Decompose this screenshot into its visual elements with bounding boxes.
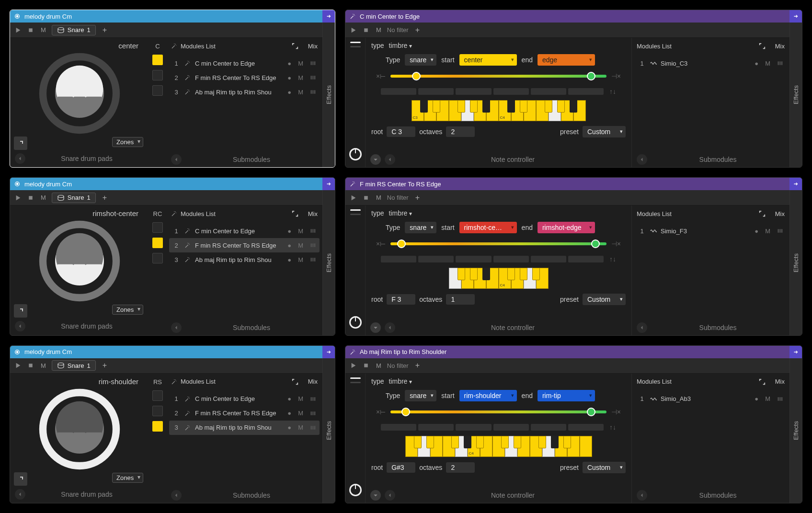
piano-black-key[interactable] xyxy=(482,268,490,280)
type-select[interactable]: snare xyxy=(405,390,436,401)
piano-keyboard[interactable]: C4 xyxy=(405,436,592,457)
piano-black-key[interactable] xyxy=(482,100,490,113)
octaves-field[interactable]: 2 xyxy=(446,462,475,473)
mute-button[interactable]: M xyxy=(374,194,383,201)
slider-thumb-end[interactable] xyxy=(587,72,595,80)
add-button[interactable]: + xyxy=(100,194,110,202)
segment[interactable] xyxy=(456,424,491,431)
expand-icon[interactable] xyxy=(759,43,766,49)
segment[interactable] xyxy=(381,256,416,262)
segment[interactable] xyxy=(456,256,491,262)
piano-keyboard[interactable]: C4 xyxy=(449,268,549,289)
root-field[interactable]: G#3 xyxy=(387,462,415,473)
mute-button[interactable]: M xyxy=(374,26,383,34)
bars-icon[interactable] xyxy=(310,60,317,66)
piano-white-key[interactable] xyxy=(580,436,592,457)
knob[interactable] xyxy=(349,484,362,496)
add-button[interactable]: + xyxy=(100,361,110,370)
level-mark[interactable] xyxy=(350,377,361,379)
module-row[interactable]: 2 F min RS Center To RS Edge ● M xyxy=(169,70,320,85)
preset-select[interactable]: Custom xyxy=(583,126,626,137)
knob[interactable] xyxy=(349,148,362,160)
piano-black-key[interactable] xyxy=(451,436,459,448)
piano-black-key[interactable] xyxy=(507,268,515,280)
nav-prev-button[interactable] xyxy=(171,490,182,501)
nav-prev-button[interactable] xyxy=(637,322,647,333)
segment[interactable] xyxy=(381,88,416,95)
panel-titlebar[interactable]: C min Center to Edge xyxy=(345,10,802,23)
mute-button[interactable]: M xyxy=(39,362,48,369)
module-row[interactable]: 3 Ab maj Rim tip to Rim Shou ● M xyxy=(169,85,320,99)
zone-square[interactable] xyxy=(152,85,163,96)
nav-prev-button[interactable] xyxy=(637,154,647,165)
mute-button[interactable]: M xyxy=(39,194,48,201)
effects-tab[interactable]: Effects xyxy=(322,358,335,503)
expand-arrow-button[interactable] xyxy=(789,178,802,190)
expand-button[interactable] xyxy=(14,304,27,318)
zones-select[interactable]: Zones xyxy=(112,137,143,147)
module-mute[interactable]: M xyxy=(298,410,303,417)
end-select[interactable]: rim-tip xyxy=(538,390,595,401)
slider-thumb-end[interactable] xyxy=(587,408,595,416)
module-mute[interactable]: M xyxy=(298,89,303,96)
panel-titlebar[interactable]: melody drum Cm xyxy=(10,10,335,23)
piano-black-key[interactable] xyxy=(570,100,577,113)
expand-arrow-button[interactable] xyxy=(322,346,335,358)
effects-tab[interactable]: Effects xyxy=(322,23,335,167)
piano-black-key[interactable] xyxy=(551,436,559,448)
drum-graphic[interactable] xyxy=(16,53,143,134)
stop-button[interactable] xyxy=(26,26,35,34)
range-slider[interactable]: ×⊢ ⊣× xyxy=(371,240,626,248)
stop-button[interactable] xyxy=(362,361,370,370)
segment[interactable] xyxy=(493,88,529,95)
piano-black-key[interactable] xyxy=(470,268,478,280)
effects-tab[interactable]: Effects xyxy=(789,358,802,503)
expand-icon[interactable] xyxy=(292,378,298,385)
play-button[interactable] xyxy=(349,361,358,370)
level-mark[interactable] xyxy=(350,214,361,215)
expand-arrow-button[interactable] xyxy=(322,178,335,190)
add-button[interactable]: + xyxy=(412,26,423,34)
module-mute[interactable]: M xyxy=(298,424,303,431)
piano-black-key[interactable] xyxy=(520,268,527,280)
segment[interactable] xyxy=(418,424,454,431)
effects-tab[interactable]: Effects xyxy=(789,23,802,167)
piano-black-key[interactable] xyxy=(464,436,471,448)
panel-titlebar[interactable]: F min RS Center To RS Edge xyxy=(345,178,802,190)
piano-keyboard[interactable]: C3C4 xyxy=(412,100,586,121)
piano-black-key[interactable] xyxy=(433,100,440,113)
zone-square[interactable] xyxy=(152,55,163,65)
zones-select[interactable]: Zones xyxy=(112,305,143,315)
segment[interactable] xyxy=(568,256,604,262)
effects-tab[interactable]: Effects xyxy=(322,190,335,335)
segment[interactable] xyxy=(531,256,566,262)
nav-prev-button[interactable] xyxy=(15,321,25,331)
panel-titlebar[interactable]: melody drum Cm xyxy=(10,346,335,358)
mute-button[interactable]: M xyxy=(374,362,383,369)
zone-square[interactable] xyxy=(152,238,163,248)
nav-prev-button[interactable] xyxy=(15,153,25,164)
segment[interactable] xyxy=(456,88,491,95)
octaves-field[interactable]: 2 xyxy=(446,126,475,137)
mute-button[interactable]: M xyxy=(39,26,48,34)
segment[interactable] xyxy=(381,424,416,431)
segment[interactable] xyxy=(531,88,566,95)
play-button[interactable] xyxy=(349,26,358,34)
level-mark[interactable] xyxy=(350,209,361,211)
updown-icon[interactable]: ↑↓ xyxy=(609,255,616,263)
module-row[interactable]: 1 C min Center to Edge ● M xyxy=(169,392,320,406)
updown-icon[interactable]: ↑↓ xyxy=(609,88,616,95)
module-row[interactable]: 1 C min Center to Edge ● M xyxy=(169,224,320,238)
module-row[interactable]: 1 Simio_Ab3 ● M xyxy=(635,392,787,406)
slider-thumb-end[interactable] xyxy=(591,239,600,248)
bars-icon[interactable] xyxy=(310,75,317,80)
module-mute[interactable]: M xyxy=(298,228,303,235)
panel-titlebar[interactable]: Ab maj Rim tip to Rim Shoulder xyxy=(345,346,802,358)
level-mark[interactable] xyxy=(350,42,361,43)
slider-thumb-start[interactable] xyxy=(401,408,410,416)
add-button[interactable]: + xyxy=(100,26,110,34)
segment[interactable] xyxy=(568,88,604,95)
slider-thumb-start[interactable] xyxy=(412,72,421,80)
bars-icon[interactable] xyxy=(310,228,317,234)
module-mute[interactable]: M xyxy=(298,256,303,263)
